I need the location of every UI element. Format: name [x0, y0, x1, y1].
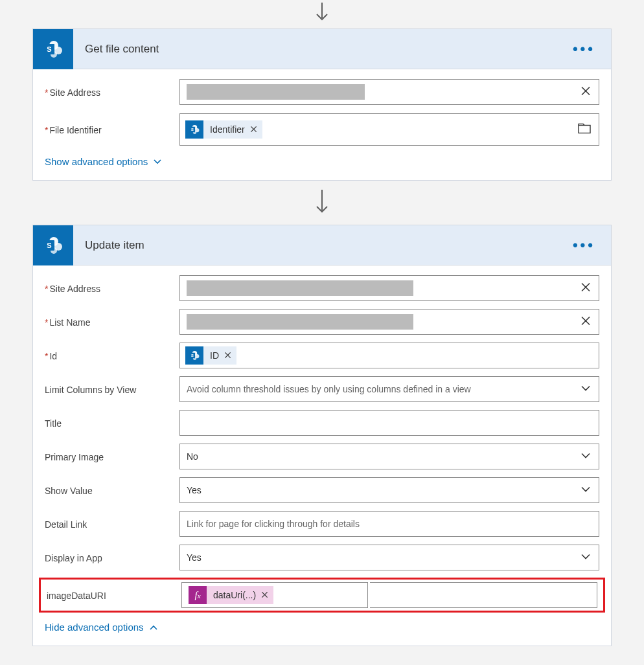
field-label-id: *Id	[45, 350, 179, 361]
svg-text:S: S	[191, 128, 194, 131]
chevron-down-icon	[581, 383, 591, 396]
folder-picker-icon[interactable]	[578, 124, 591, 136]
chevron-down-icon	[581, 451, 591, 463]
token-label: Identifier	[210, 124, 245, 135]
fx-icon: fx	[189, 586, 207, 604]
field-label-site-address: *Site Address	[45, 86, 179, 98]
token-id[interactable]: S ID	[185, 346, 236, 365]
card-header[interactable]: S Get file content •••	[33, 29, 611, 69]
token-remove-icon[interactable]	[224, 350, 231, 361]
select-value: No	[187, 451, 198, 462]
field-label-file-identifier: *File Identifier	[45, 124, 179, 135]
action-card-get-file-content: S Get file content ••• *Site Address *Fi…	[32, 28, 612, 181]
flow-arrow	[32, 0, 612, 28]
site-address-input[interactable]	[179, 79, 599, 105]
svg-rect-16	[579, 126, 590, 133]
site-address-input[interactable]	[179, 275, 599, 301]
clear-icon[interactable]	[581, 316, 591, 328]
chevron-up-icon	[149, 623, 158, 632]
title-input[interactable]	[179, 410, 599, 436]
clear-icon[interactable]	[581, 282, 591, 295]
token-identifier[interactable]: S Identifier	[185, 120, 262, 139]
card-menu-button[interactable]: •••	[569, 242, 599, 249]
card-menu-button[interactable]: •••	[569, 46, 599, 52]
action-card-update-item: S Update item ••• *Site Address *List Na…	[32, 225, 612, 646]
field-label-limit-columns: Limit Columns by View	[45, 383, 179, 395]
card-title: Get file content	[73, 43, 569, 56]
card-header[interactable]: S Update item •••	[33, 225, 611, 265]
select-value: Yes	[187, 485, 201, 495]
sharepoint-icon: S	[185, 120, 203, 139]
chevron-down-icon	[581, 552, 591, 564]
primary-image-select[interactable]: No	[179, 444, 599, 469]
placeholder-text: Link for page for clicking through for d…	[187, 519, 360, 529]
show-advanced-options-link[interactable]: Show advanced options	[45, 153, 162, 168]
field-label-title: Title	[45, 417, 179, 429]
display-in-app-select[interactable]: Yes	[179, 545, 599, 570]
sharepoint-icon: S	[185, 346, 203, 365]
field-label-display-in-app: Display in App	[45, 552, 179, 563]
select-value: Yes	[187, 552, 201, 563]
token-fx-datauri[interactable]: fx dataUri(...)	[189, 586, 273, 604]
field-label-show-value: Show Value	[45, 484, 179, 496]
show-value-select[interactable]: Yes	[179, 477, 599, 503]
field-label-primary-image: Primary Image	[45, 451, 179, 462]
list-name-input[interactable]	[179, 309, 599, 335]
redacted-value	[187, 280, 413, 296]
chevron-down-icon	[581, 484, 591, 497]
svg-text:S: S	[47, 45, 51, 53]
field-label-list-name: *List Name	[45, 316, 179, 328]
limit-columns-select[interactable]: Avoid column threshold issues by only us…	[179, 376, 599, 402]
svg-text:S: S	[191, 354, 194, 357]
svg-text:S: S	[47, 242, 51, 249]
chevron-down-icon	[153, 157, 162, 166]
token-label: ID	[210, 350, 219, 361]
highlighted-row-image-data-uri: imageDataURI fx dataUri(...)	[39, 578, 605, 613]
token-remove-icon[interactable]	[250, 124, 257, 135]
flow-arrow	[32, 181, 612, 225]
clear-icon[interactable]	[581, 86, 591, 98]
id-input[interactable]: S ID	[179, 343, 599, 368]
detail-link-input[interactable]: Link for page for clicking through for d…	[179, 511, 599, 537]
placeholder-text: Avoid column threshold issues by only us…	[187, 384, 471, 394]
redacted-value	[187, 314, 413, 330]
image-data-uri-input-extra[interactable]	[370, 582, 597, 608]
hide-advanced-options-link[interactable]: Hide advanced options	[45, 619, 158, 634]
sharepoint-icon: S	[33, 225, 73, 265]
sharepoint-icon: S	[33, 29, 73, 69]
card-title: Update item	[73, 239, 569, 252]
file-identifier-input[interactable]: S Identifier	[179, 113, 599, 146]
redacted-value	[187, 84, 365, 100]
token-remove-icon[interactable]	[261, 590, 268, 600]
field-label-image-data-uri: imageDataURI	[45, 589, 181, 601]
image-data-uri-input[interactable]: fx dataUri(...)	[181, 582, 368, 608]
field-label-detail-link: Detail Link	[45, 518, 179, 530]
field-label-site-address: *Site Address	[45, 282, 179, 294]
token-label: dataUri(...)	[213, 590, 256, 600]
